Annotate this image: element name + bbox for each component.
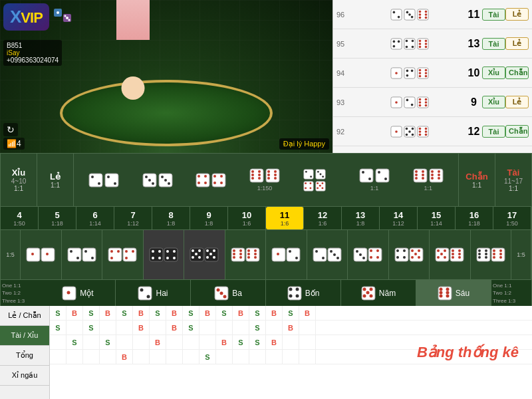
tab-tong[interactable]: Tổng bbox=[0, 346, 49, 366]
num-cell-17[interactable]: 17 1:50 bbox=[493, 207, 531, 229]
num-cell-12[interactable]: 12 1:6 bbox=[304, 207, 342, 229]
svg-point-165 bbox=[117, 250, 120, 253]
combo-group-7: 1:1 bbox=[413, 168, 444, 192]
tab-le-chan[interactable]: Lẻ / Chẵn bbox=[0, 306, 49, 326]
single-bet-mot[interactable]: Một bbox=[41, 280, 116, 307]
svg-point-238 bbox=[414, 253, 417, 255]
tab-tai-xiu[interactable]: Tài / Xỉu bbox=[0, 326, 49, 346]
combo-1-1[interactable] bbox=[21, 230, 62, 279]
svg-point-82 bbox=[114, 182, 116, 185]
svg-rect-163 bbox=[108, 248, 122, 261]
svg-point-174 bbox=[152, 257, 154, 259]
svg-point-253 bbox=[478, 249, 481, 252]
svg-point-285 bbox=[366, 291, 369, 295]
combo-1-5[interactable] bbox=[184, 230, 225, 279]
combo-2-2[interactable] bbox=[307, 230, 348, 279]
stats-area: Lẻ / Chẵn Tài / Xỉu Tổng Xỉ ngầu S B S B… bbox=[0, 306, 532, 399]
history-row-93: 93 9 Xỉu Lẻ bbox=[333, 88, 532, 117]
history-row-92: 92 12 Tài Chẵn bbox=[333, 117, 532, 146]
svg-point-19 bbox=[418, 13, 421, 16]
combo-1-3[interactable] bbox=[102, 230, 144, 279]
svg-point-123 bbox=[305, 182, 307, 184]
svg-point-257 bbox=[478, 253, 481, 255]
svg-point-12 bbox=[408, 13, 411, 16]
svg-point-248 bbox=[452, 256, 454, 259]
svg-point-143 bbox=[422, 177, 424, 180]
dealer-info: B851 iSay +0996363024074 bbox=[3, 40, 62, 66]
num-cell-6[interactable]: 6 1:14 bbox=[76, 207, 114, 229]
num-cell-9[interactable]: 9 1:8 bbox=[190, 207, 228, 229]
combo-2-3[interactable] bbox=[348, 230, 389, 279]
svg-point-35 bbox=[418, 43, 421, 45]
num-cell-10[interactable]: 10 1:6 bbox=[228, 207, 266, 229]
svg-point-90 bbox=[168, 182, 170, 185]
svg-point-261 bbox=[499, 249, 502, 252]
combo-group-3 bbox=[196, 173, 226, 188]
svg-point-140 bbox=[415, 170, 418, 173]
svg-point-201 bbox=[247, 249, 250, 252]
svg-point-182 bbox=[192, 249, 194, 252]
svg-point-196 bbox=[233, 256, 235, 259]
svg-point-284 bbox=[369, 295, 372, 298]
tai-bet-cell[interactable]: Tài 11~17 1:1 bbox=[495, 154, 531, 206]
dice-5 bbox=[404, 38, 416, 50]
svg-point-147 bbox=[431, 170, 434, 173]
num-cell-8[interactable]: 8 1:8 bbox=[152, 207, 190, 229]
num-cell-15[interactable]: 15 1:14 bbox=[418, 207, 456, 229]
svg-point-231 bbox=[396, 256, 399, 259]
svg-point-242 bbox=[437, 256, 440, 259]
chan-bet-cell[interactable]: Chẵn 1:1 bbox=[458, 154, 495, 206]
num-cell-14[interactable]: 14 1:12 bbox=[380, 207, 418, 229]
tab-xi-ngau[interactable]: Xỉ ngầu bbox=[0, 366, 49, 386]
svg-point-44 bbox=[418, 68, 421, 71]
tai-label: Tài bbox=[507, 168, 520, 178]
svg-point-183 bbox=[198, 249, 201, 252]
num-cell-7[interactable]: 7 1:12 bbox=[114, 207, 152, 229]
svg-point-291 bbox=[439, 291, 442, 295]
svg-point-149 bbox=[431, 177, 434, 180]
single-bet-hai[interactable]: Hai bbox=[116, 280, 191, 307]
svg-point-161 bbox=[84, 250, 87, 253]
svg-point-24 bbox=[392, 45, 395, 47]
svg-point-164 bbox=[110, 250, 113, 253]
single-bet-nam[interactable]: Năm bbox=[341, 280, 416, 307]
svg-point-274 bbox=[223, 295, 227, 299]
num-cell-16[interactable]: 16 1:18 bbox=[456, 207, 493, 229]
tai-ratio: 1:1 bbox=[509, 185, 518, 192]
svg-point-148 bbox=[438, 170, 440, 173]
svg-point-154 bbox=[31, 253, 34, 255]
svg-point-4 bbox=[66, 17, 68, 19]
dice-12 bbox=[417, 96, 429, 108]
xiu-bet-cell[interactable]: Xỉu 4~10 1:1 bbox=[1, 154, 37, 206]
num-cell-11[interactable]: 11 1:6 bbox=[266, 207, 304, 229]
svg-point-137 bbox=[378, 171, 380, 174]
svg-point-15 bbox=[418, 10, 421, 13]
chan-ratio: 1:1 bbox=[472, 182, 481, 189]
dice-10 bbox=[390, 96, 402, 108]
svg-point-142 bbox=[415, 177, 418, 180]
svg-point-202 bbox=[254, 249, 257, 252]
num-cell-4[interactable]: 4 1:50 bbox=[1, 207, 39, 229]
top-bet-row: Xỉu 4~10 1:1 Lẻ 1:1 bbox=[1, 154, 531, 207]
svg-point-166 bbox=[110, 257, 113, 259]
svg-rect-7 bbox=[390, 9, 401, 19]
svg-point-22 bbox=[392, 40, 395, 43]
svg-point-287 bbox=[439, 288, 442, 291]
num-cell-13[interactable]: 13 1:8 bbox=[342, 207, 380, 229]
single-bet-bon[interactable]: Bốn bbox=[266, 280, 341, 307]
le-bet-cell[interactable]: Lẻ 1:1 bbox=[37, 154, 74, 206]
svg-point-126 bbox=[309, 187, 311, 189]
combo-2-5[interactable] bbox=[430, 230, 471, 279]
combo-1-4[interactable] bbox=[144, 230, 185, 279]
combo-2-6[interactable] bbox=[471, 230, 512, 279]
refresh-button[interactable]: ↻ bbox=[3, 123, 18, 136]
svg-point-40 bbox=[406, 69, 408, 72]
single-bet-sau[interactable]: Sáu bbox=[416, 280, 491, 307]
single-bet-ba[interactable]: Ba bbox=[191, 280, 266, 307]
num-cell-5[interactable]: 5 1:18 bbox=[39, 207, 76, 229]
combo-dice-2b bbox=[158, 173, 173, 188]
combo-1-6[interactable] bbox=[225, 230, 267, 279]
combo-1-2[interactable] bbox=[62, 230, 103, 279]
combo-2-4[interactable] bbox=[389, 230, 430, 279]
combo-2-1[interactable] bbox=[266, 230, 307, 279]
